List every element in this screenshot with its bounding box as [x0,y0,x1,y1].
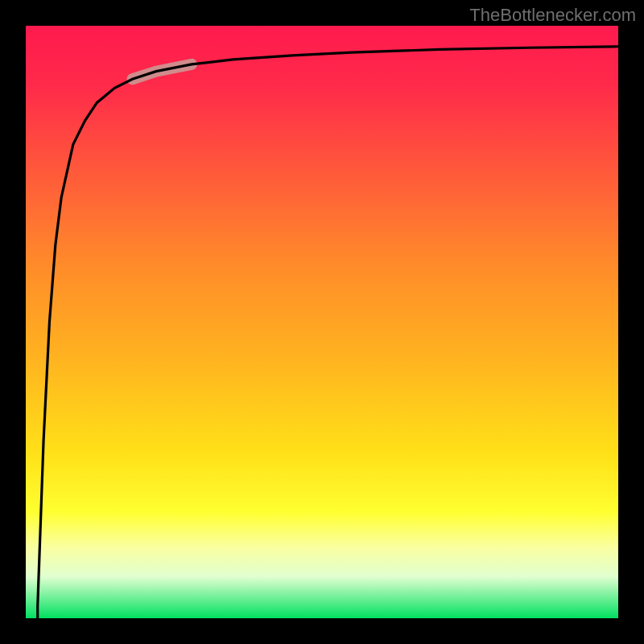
chart-container: TheBottlenecker.com [0,0,644,644]
attribution-label: TheBottlenecker.com [469,5,636,26]
bottleneck-curve [38,47,618,618]
curve-layer [26,26,618,618]
